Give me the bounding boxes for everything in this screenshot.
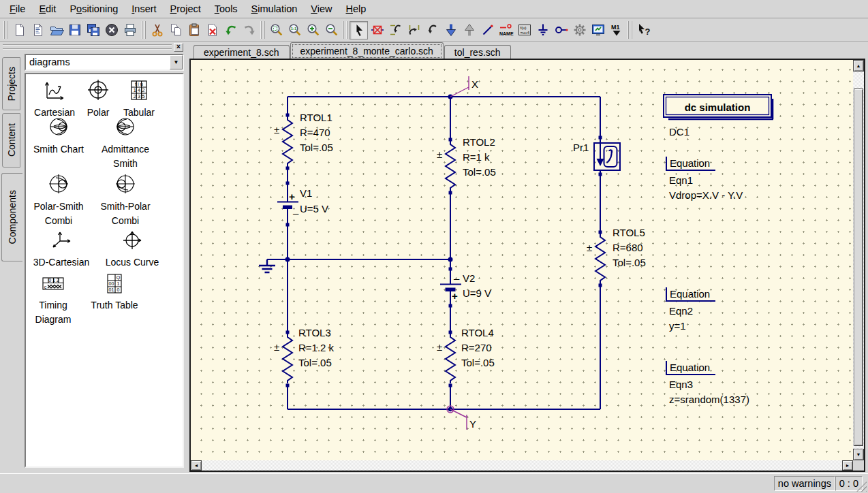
current-probe-pr1[interactable]: Pr1	[573, 136, 620, 176]
redo-icon	[242, 22, 257, 37]
menu-file[interactable]: File	[3, 1, 32, 18]
zoom-out-button[interactable]	[322, 21, 341, 39]
new-text-file-button[interactable]	[29, 21, 47, 39]
polar-smith-combi-icon	[46, 174, 71, 195]
vertical-scrollbar[interactable]: ▲ ▼	[853, 60, 864, 460]
tab-tol-res[interactable]: tol_res.sch	[444, 45, 511, 60]
insert-equation-button[interactable]: f(u)=u+4	[515, 21, 533, 39]
menu-tools[interactable]: Tools	[208, 1, 245, 18]
component-category-select[interactable]: diagrams ▼	[25, 54, 184, 71]
list-item-cartesian[interactable]: Cartesian	[29, 80, 80, 120]
open-file-button[interactable]	[47, 21, 65, 39]
chevron-down-icon[interactable]: ▼	[170, 55, 183, 69]
resistor-rtol2[interactable]: ± RTOL2 R=1 k Tol=.05	[437, 136, 496, 195]
zoom-in-button[interactable]	[304, 21, 322, 39]
timing-diagram-icon: 0 1 2c	[41, 274, 65, 294]
resistor-rtol4[interactable]: ± RTOL4 R=270 Tol=.05	[437, 327, 495, 387]
list-item-truth-table[interactable]: Q001010 Truth Table	[79, 274, 150, 313]
mirror-y-axis-button[interactable]	[405, 21, 423, 39]
save-all-button[interactable]	[84, 21, 102, 39]
list-item-polar-smith-combi[interactable]: Polar-Smith Combi	[27, 174, 90, 228]
tab-experiment-8[interactable]: experiment_8.sch	[193, 45, 290, 60]
save-button[interactable]	[65, 21, 84, 39]
insert-wire-button[interactable]	[478, 21, 497, 39]
view-data-display-button[interactable]	[589, 21, 607, 39]
whats-this-button[interactable]: ?	[634, 21, 653, 39]
mirror-x-axis-button[interactable]	[386, 21, 405, 39]
resistor-rtol1[interactable]: ± RTOL1 R=470 Tol=.05	[274, 112, 333, 170]
menu-positioning[interactable]: Positioning	[63, 1, 125, 18]
horizontal-scrollbar[interactable]: ◄ ►	[191, 460, 853, 471]
deactivate-component-button[interactable]	[368, 21, 386, 39]
simulate-button[interactable]	[570, 21, 589, 39]
list-item-admittance-smith[interactable]: Admittance Smith	[91, 116, 159, 171]
node-label-x[interactable]: X	[450, 76, 478, 97]
toolbar-handle[interactable]	[627, 21, 632, 39]
menu-project[interactable]: Project	[164, 1, 208, 18]
schematic-viewport[interactable]: ± RTOL1 R=470 Tol=.05 + – V1 U=5 V ± RT	[191, 60, 853, 460]
sidebar-tab-content[interactable]: Content	[2, 113, 20, 168]
list-item-polar[interactable]: Polar	[82, 80, 114, 120]
list-item-timing-diagram[interactable]: 0 1 2c Timing Diagram	[29, 274, 78, 327]
port-icon	[554, 22, 569, 37]
voltage-source-v1[interactable]: + – V1 U=5 V	[277, 182, 328, 227]
voltage-source-v2[interactable]: – + V2 U=9 V	[440, 268, 491, 308]
scroll-left-button[interactable]: ◄	[191, 460, 202, 471]
insert-port-button[interactable]	[552, 21, 570, 39]
new-file-button[interactable]	[10, 21, 29, 39]
copy-button[interactable]	[166, 21, 185, 39]
paste-button[interactable]	[185, 21, 203, 39]
menu-help[interactable]: Help	[339, 1, 373, 18]
ground-symbol[interactable]	[259, 259, 275, 272]
toolbar-handle[interactable]	[141, 21, 146, 39]
vertical-scroll-thumb[interactable]	[854, 89, 863, 446]
svg-text:?: ?	[645, 27, 650, 37]
undo-button[interactable]	[221, 21, 240, 39]
push-into-subcircuit-button[interactable]	[441, 21, 460, 39]
redo-button[interactable]	[240, 21, 258, 39]
insert-node-name-button[interactable]: NAME	[497, 21, 515, 39]
close-document-button[interactable]	[102, 21, 121, 39]
tab-experiment-8-monte-carlo[interactable]: experiment_8_monte_carlo.sch	[290, 42, 444, 60]
dc-simulation-block[interactable]: dc simulation DC1	[664, 95, 773, 138]
insert-ground-button[interactable]	[533, 21, 552, 39]
wire-icon	[480, 22, 495, 37]
svg-text:±: ±	[437, 148, 442, 160]
equation-block-eqn2[interactable]: Equation Eqn2 y=1	[666, 287, 715, 332]
zoom-fit-button[interactable]	[267, 21, 285, 39]
menu-view[interactable]: View	[304, 1, 339, 18]
pop-out-button[interactable]	[460, 21, 478, 39]
equation-block-eqn3[interactable]: Equation Eqn3 z=srandom(1337)	[666, 361, 749, 405]
toolbar-handle[interactable]	[3, 21, 8, 39]
sidebar-tab-components[interactable]: Components	[1, 173, 22, 261]
cut-button[interactable]	[148, 21, 166, 39]
scroll-right-button[interactable]: ►	[842, 460, 853, 471]
menu-insert[interactable]: Insert	[125, 1, 163, 18]
list-item-tabular[interactable]: f i u1 4 22 3 5 Tabular	[117, 80, 161, 120]
set-marker-button[interactable]: M1	[607, 21, 625, 39]
dock-drag-handle[interactable]	[3, 44, 172, 50]
delete-button[interactable]	[203, 21, 221, 39]
toolbar-handle[interactable]	[260, 21, 265, 39]
sidebar-tab-projects[interactable]: Projects	[2, 57, 20, 110]
menu-edit[interactable]: Edit	[32, 1, 63, 18]
menu-simulation[interactable]: Simulation	[245, 1, 305, 18]
list-item-3d-cartesian[interactable]: 3D-Cartesian	[26, 229, 97, 270]
resistor-rtol3[interactable]: ± RTOL3 R=1.2 k Tol=.05	[274, 327, 335, 387]
dock-close-button[interactable]: ×	[174, 43, 183, 52]
print-button[interactable]	[121, 21, 139, 39]
svg-text:f(u): f(u)	[520, 26, 526, 30]
rotate-button[interactable]	[423, 21, 441, 39]
zoom-one-to-one-button[interactable]: 1:1	[285, 21, 304, 39]
list-item-smith-chart[interactable]: Smith Chart	[27, 116, 90, 157]
svg-text:Tol=.05: Tol=.05	[613, 257, 646, 268]
list-item-locus-curve[interactable]: Locus Curve	[98, 229, 166, 270]
resistor-rtol5[interactable]: ± RTOL5 R=680 Tol=.05	[587, 227, 646, 287]
equation-block-eqn1[interactable]: Equation Eqn1 Vdrop=X.V - Y.V	[666, 157, 743, 201]
toolbar-handle[interactable]	[343, 21, 347, 39]
scroll-down-button[interactable]: ▼	[853, 449, 864, 460]
select-button[interactable]	[350, 21, 368, 39]
scroll-up-button[interactable]: ▲	[853, 60, 864, 71]
schematic-canvas[interactable]: ± RTOL1 R=470 Tol=.05 + – V1 U=5 V ± RT	[191, 60, 853, 460]
list-item-smith-polar-combi[interactable]: Smith-Polar Combi	[91, 174, 159, 228]
